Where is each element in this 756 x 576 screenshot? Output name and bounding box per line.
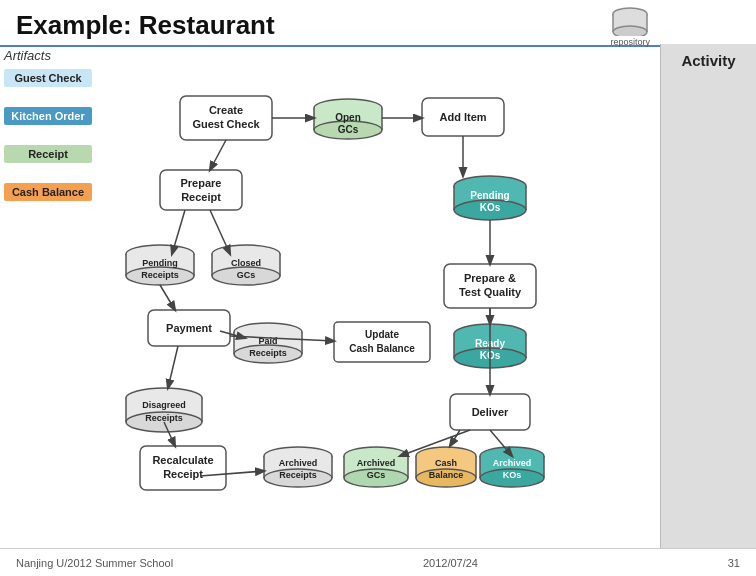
- svg-line-115: [168, 346, 178, 388]
- svg-text:Disagreed: Disagreed: [142, 400, 186, 410]
- svg-text:Guest Check: Guest Check: [192, 118, 260, 130]
- svg-text:GCs: GCs: [237, 270, 256, 280]
- svg-text:Pending: Pending: [470, 190, 509, 201]
- svg-text:Prepare &: Prepare &: [464, 272, 516, 284]
- footer-right: 31: [728, 557, 740, 569]
- svg-text:Update: Update: [365, 329, 399, 340]
- svg-text:Archived: Archived: [493, 458, 532, 468]
- diagram-svg: Create Guest Check Prepare Receipt Payme…: [0, 44, 660, 548]
- svg-line-105: [210, 140, 226, 170]
- footer-left: Nanjing U/2012 Summer School: [16, 557, 173, 569]
- repository-cylinder-svg: [611, 6, 649, 36]
- svg-text:Receipts: Receipts: [141, 270, 179, 280]
- svg-rect-8: [160, 170, 242, 210]
- svg-text:KOs: KOs: [503, 470, 522, 480]
- svg-text:GCs: GCs: [338, 124, 359, 135]
- footer: Nanjing U/2012 Summer School 2012/07/24 …: [0, 548, 756, 576]
- svg-text:Receipts: Receipts: [145, 413, 183, 423]
- svg-text:Receipt: Receipt: [163, 468, 203, 480]
- svg-text:Pending: Pending: [142, 258, 178, 268]
- svg-text:Prepare: Prepare: [181, 177, 222, 189]
- svg-text:KOs: KOs: [480, 202, 501, 213]
- diagram-area: Artifacts Guest Check Kitchen Order Rece…: [0, 44, 660, 548]
- svg-text:Receipts: Receipts: [279, 470, 317, 480]
- svg-text:GCs: GCs: [367, 470, 386, 480]
- svg-text:Receipts: Receipts: [249, 348, 287, 358]
- svg-text:Receipt: Receipt: [181, 191, 221, 203]
- svg-text:Archived: Archived: [357, 458, 396, 468]
- svg-line-110: [160, 285, 175, 310]
- svg-text:Closed: Closed: [231, 258, 261, 268]
- svg-text:Create: Create: [209, 104, 243, 116]
- svg-text:Test Quality: Test Quality: [459, 286, 522, 298]
- svg-text:Deliver: Deliver: [472, 406, 509, 418]
- svg-line-109: [210, 210, 230, 254]
- activity-stripe: Activity: [660, 44, 756, 548]
- svg-rect-65: [334, 322, 430, 362]
- svg-text:Archived: Archived: [279, 458, 318, 468]
- activity-label: Activity: [681, 52, 735, 548]
- svg-text:Cash: Cash: [435, 458, 457, 468]
- svg-line-119: [450, 430, 460, 446]
- svg-text:Add Item: Add Item: [439, 111, 486, 123]
- svg-text:Open: Open: [335, 112, 361, 123]
- svg-point-2: [613, 26, 647, 36]
- svg-text:Balance: Balance: [429, 470, 464, 480]
- footer-center: 2012/07/24: [423, 557, 478, 569]
- svg-text:Cash Balance: Cash Balance: [349, 343, 415, 354]
- repository-icon: repository: [610, 6, 650, 47]
- svg-text:Payment: Payment: [166, 322, 212, 334]
- page-title: Example: Restaurant: [16, 10, 275, 40]
- svg-text:Recalculate: Recalculate: [152, 454, 213, 466]
